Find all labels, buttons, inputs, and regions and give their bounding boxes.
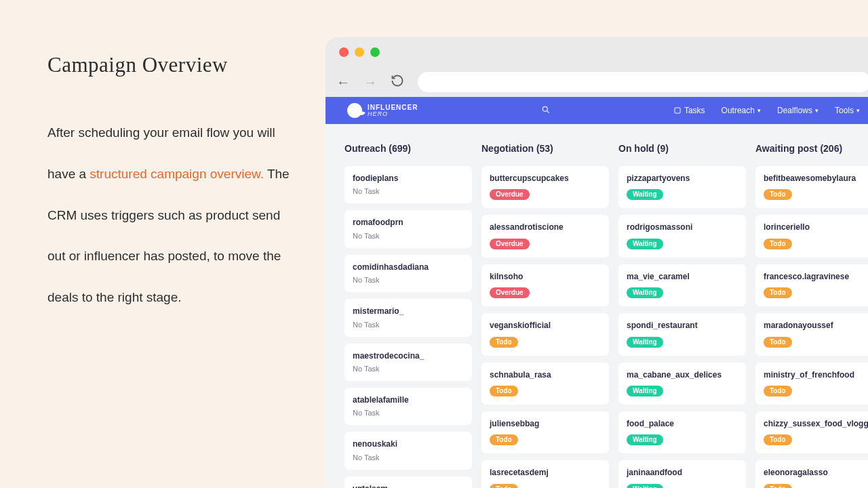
marketing-copy: Campaign Overview After scheduling your … bbox=[47, 53, 298, 319]
deal-card[interactable]: janinaandfoodWaiting bbox=[618, 460, 746, 488]
card-status-text: No Task bbox=[353, 365, 464, 373]
minimize-icon[interactable] bbox=[355, 47, 364, 57]
brand[interactable]: INFLUENCER HERO bbox=[347, 103, 418, 118]
card-name: ma_cabane_aux_delices bbox=[627, 370, 738, 380]
deal-card[interactable]: ministry_of_frenchfoodTodo bbox=[755, 363, 868, 405]
deal-card[interactable]: vgtalsemNo Task bbox=[344, 476, 472, 488]
card-name: kilnsoho bbox=[490, 272, 601, 281]
card-status-text: No Task bbox=[353, 321, 464, 329]
deal-card[interactable]: ma_vie_caramelWaiting bbox=[618, 264, 746, 306]
deal-card[interactable]: foodieplansNo Task bbox=[344, 166, 472, 203]
column-title: On hold (9) bbox=[618, 143, 746, 154]
status-badge: Waiting bbox=[627, 434, 663, 445]
status-badge: Todo bbox=[764, 239, 792, 249]
deal-card[interactable]: food_palaceWaiting bbox=[618, 411, 746, 453]
deal-card[interactable]: maestrodecocina_No Task bbox=[344, 344, 472, 381]
card-name: ma_vie_caramel bbox=[627, 272, 738, 281]
card-status-text: No Task bbox=[353, 232, 464, 240]
status-badge: Todo bbox=[490, 484, 518, 488]
card-name: schnabula_rasa bbox=[490, 370, 601, 380]
deal-card[interactable]: chizzy_sussex_food_vloggerTodo bbox=[755, 411, 868, 453]
card-name: spondi_restaurant bbox=[627, 321, 738, 330]
card-name: foodieplans bbox=[353, 174, 464, 183]
card-name: maestrodecocina_ bbox=[353, 351, 464, 361]
card-name: eleonoragalasso bbox=[764, 468, 868, 477]
deal-card[interactable]: alessandrotiscioneOverdue bbox=[481, 215, 609, 257]
nav-tools-label: Tools bbox=[835, 106, 854, 115]
card-name: juliensebbag bbox=[490, 419, 601, 428]
deal-card[interactable]: pizzapartyovensWaiting bbox=[618, 166, 746, 208]
card-name: rodrigosmassoni bbox=[627, 222, 738, 232]
chevron-down-icon: ▾ bbox=[757, 107, 761, 114]
status-badge: Overdue bbox=[490, 239, 530, 249]
status-badge: Todo bbox=[764, 337, 792, 348]
nav-outreach[interactable]: Outreach ▾ bbox=[722, 106, 761, 115]
search-icon[interactable] bbox=[541, 105, 551, 117]
body-text: After scheduling your email flow you wil… bbox=[47, 113, 298, 319]
deal-card[interactable]: lorincerielloTodo bbox=[755, 215, 868, 257]
deal-card[interactable]: lasrecetasdemjTodo bbox=[481, 460, 609, 488]
back-icon[interactable]: ← bbox=[336, 75, 350, 90]
brand-logo-icon bbox=[347, 103, 362, 118]
deal-card[interactable]: veganskiofficialTodo bbox=[481, 313, 609, 355]
status-badge: Todo bbox=[490, 386, 518, 396]
card-name: maradonayoussef bbox=[764, 321, 868, 330]
status-badge: Todo bbox=[490, 434, 518, 445]
status-badge: Waiting bbox=[627, 386, 663, 396]
close-icon[interactable] bbox=[339, 47, 349, 57]
url-field[interactable] bbox=[418, 72, 868, 92]
card-name: atablelafamille bbox=[353, 395, 464, 405]
chevron-down-icon: ▾ bbox=[856, 107, 860, 114]
deal-card[interactable]: schnabula_rasaTodo bbox=[481, 363, 609, 405]
card-name: befitbeawesomebylaura bbox=[764, 174, 868, 183]
status-badge: Overdue bbox=[490, 287, 530, 298]
status-badge: Waiting bbox=[627, 337, 663, 348]
maximize-icon[interactable] bbox=[370, 47, 380, 57]
deal-card[interactable]: spondi_restaurantWaiting bbox=[618, 313, 746, 355]
window-controls bbox=[339, 47, 380, 57]
deal-card[interactable]: ma_cabane_aux_delicesWaiting bbox=[618, 363, 746, 405]
status-badge: Waiting bbox=[627, 239, 663, 249]
status-badge: Todo bbox=[764, 287, 792, 298]
svg-point-0 bbox=[542, 106, 547, 111]
nav-tools[interactable]: Tools ▾ bbox=[835, 106, 860, 115]
status-badge: Overdue bbox=[490, 189, 530, 200]
nav-tasks[interactable]: Tasks bbox=[673, 106, 705, 115]
card-status-text: No Task bbox=[353, 276, 464, 284]
nav-tasks-label: Tasks bbox=[684, 106, 705, 115]
status-badge: Todo bbox=[490, 337, 518, 348]
card-name: ministry_of_frenchfood bbox=[764, 370, 868, 380]
card-name: buttercupscupcakes bbox=[490, 174, 601, 183]
kanban-column: Awaiting post (206)befitbeawesomebylaura… bbox=[755, 143, 868, 488]
deal-card[interactable]: atablelafamilleNo Task bbox=[344, 388, 472, 425]
deal-card[interactable]: rodrigosmassoniWaiting bbox=[618, 215, 746, 257]
card-name: lorinceriello bbox=[764, 222, 868, 232]
chevron-down-icon: ▾ bbox=[815, 107, 818, 114]
nav-dealflows[interactable]: Dealflows ▾ bbox=[777, 106, 818, 115]
deal-card[interactable]: eleonoragalassoTodo bbox=[755, 460, 868, 488]
card-name: francesco.lagravinese bbox=[764, 272, 868, 281]
card-name: nenouskaki bbox=[353, 439, 464, 449]
card-name: vgtalsem bbox=[353, 484, 464, 488]
kanban-column: On hold (9)pizzapartyovensWaitingrodrigo… bbox=[618, 143, 746, 488]
card-name: mistermario_ bbox=[353, 306, 464, 316]
kanban-board: Outreach (699)foodieplansNo Taskromafood… bbox=[326, 124, 868, 488]
card-name: pizzapartyovens bbox=[627, 174, 738, 183]
deal-card[interactable]: kilnsohoOverdue bbox=[481, 264, 609, 306]
deal-card[interactable]: francesco.lagravineseTodo bbox=[755, 264, 868, 306]
deal-card[interactable]: befitbeawesomebylauraTodo bbox=[755, 166, 868, 208]
deal-card[interactable]: mistermario_No Task bbox=[344, 299, 472, 336]
column-title: Outreach (699) bbox=[344, 143, 472, 154]
forward-icon[interactable]: → bbox=[363, 75, 377, 90]
deal-card[interactable]: comidinhasdadianaNo Task bbox=[344, 255, 472, 292]
deal-card[interactable]: nenouskakiNo Task bbox=[344, 432, 472, 469]
deal-card[interactable]: juliensebbagTodo bbox=[481, 411, 609, 453]
deal-card[interactable]: maradonayoussefTodo bbox=[755, 313, 868, 355]
card-name: chizzy_sussex_food_vlogger bbox=[764, 419, 868, 428]
nav-outreach-label: Outreach bbox=[722, 106, 755, 115]
refresh-icon[interactable] bbox=[391, 74, 404, 90]
column-title: Negotiation (53) bbox=[481, 143, 609, 154]
deal-card[interactable]: romafoodprnNo Task bbox=[344, 210, 472, 247]
deal-card[interactable]: buttercupscupcakesOverdue bbox=[481, 166, 609, 208]
brand-text: INFLUENCER HERO bbox=[368, 104, 418, 117]
